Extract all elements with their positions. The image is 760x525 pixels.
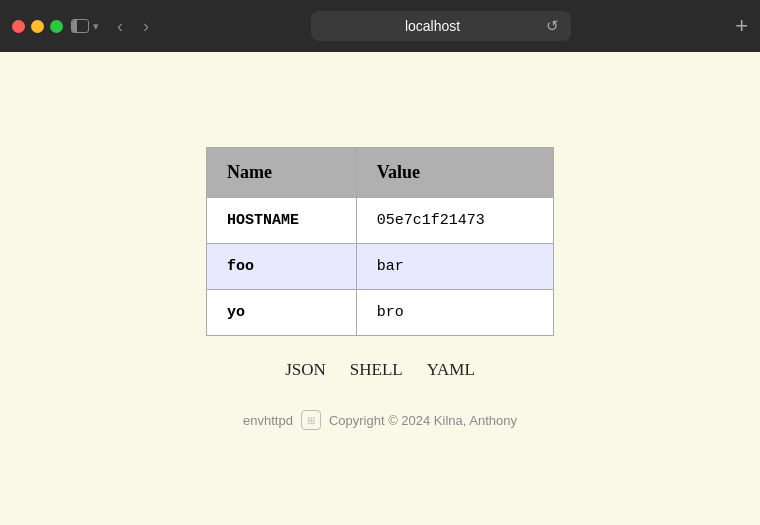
address-bar-wrap: localhost ↺	[163, 11, 719, 41]
maximize-button[interactable]	[50, 20, 63, 33]
address-bar[interactable]: localhost ↺	[311, 11, 571, 41]
format-links: JSON SHELL YAML	[285, 360, 475, 380]
sidebar-icon	[71, 19, 89, 33]
app-name: envhttpd	[243, 413, 293, 428]
env-table: Name Value HOSTNAME05e7c1f21473foobaryob…	[206, 147, 554, 336]
yaml-link[interactable]: YAML	[427, 360, 475, 380]
table-row: yobro	[207, 290, 554, 336]
address-text: localhost	[321, 18, 544, 34]
close-button[interactable]	[12, 20, 25, 33]
titlebar: ▾ ‹ › localhost ↺ +	[0, 0, 760, 52]
traffic-lights	[12, 20, 63, 33]
shell-link[interactable]: SHELL	[350, 360, 403, 380]
cell-value: bar	[356, 244, 553, 290]
back-button[interactable]: ‹	[111, 13, 129, 39]
cell-name: yo	[207, 290, 357, 336]
new-tab-button[interactable]: +	[735, 15, 748, 37]
table-header-row: Name Value	[207, 148, 554, 198]
footer: envhttpd ⊞ Copyright © 2024 Kilna, Antho…	[243, 410, 517, 430]
reload-button[interactable]: ↺	[544, 17, 561, 35]
column-header-value: Value	[356, 148, 553, 198]
table-row: HOSTNAME05e7c1f21473	[207, 198, 554, 244]
cell-value: bro	[356, 290, 553, 336]
table-row: foobar	[207, 244, 554, 290]
cell-name: HOSTNAME	[207, 198, 357, 244]
column-header-name: Name	[207, 148, 357, 198]
app-icon: ⊞	[301, 410, 321, 430]
copyright-text: Copyright © 2024 Kilna, Anthony	[329, 413, 517, 428]
cell-value: 05e7c1f21473	[356, 198, 553, 244]
sidebar-toggle[interactable]: ▾	[71, 19, 99, 33]
forward-button[interactable]: ›	[137, 13, 155, 39]
minimize-button[interactable]	[31, 20, 44, 33]
main-content: Name Value HOSTNAME05e7c1f21473foobaryob…	[0, 52, 760, 525]
chevron-down-icon: ▾	[93, 20, 99, 33]
cell-name: foo	[207, 244, 357, 290]
json-link[interactable]: JSON	[285, 360, 326, 380]
